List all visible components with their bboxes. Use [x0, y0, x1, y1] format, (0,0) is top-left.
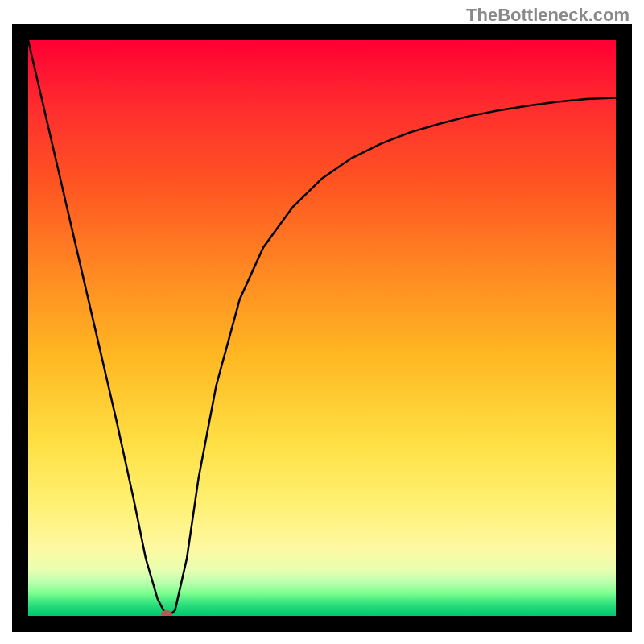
plot-frame	[12, 24, 632, 632]
chart-container: TheBottleneck.com	[0, 0, 644, 644]
optimum-marker	[161, 610, 172, 616]
watermark-text: TheBottleneck.com	[466, 5, 630, 26]
plot-area	[28, 40, 616, 616]
bottleneck-curve	[28, 40, 616, 616]
curve-svg	[28, 40, 616, 616]
